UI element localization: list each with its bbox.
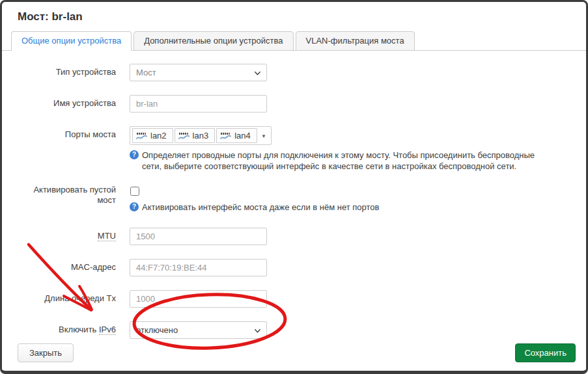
device-type-select[interactable]: Мост xyxy=(130,64,267,81)
ethernet-port-icon xyxy=(136,131,147,140)
empty-bridge-label: Активировать пустой мост xyxy=(18,184,130,206)
row-device-type: Тип устройства Мост xyxy=(18,64,570,81)
dialog-footer: Закрыть Сохранить xyxy=(2,334,586,371)
txqueue-input[interactable] xyxy=(130,290,267,308)
page-title: Мост: br-lan xyxy=(2,2,586,31)
ethernet-port-icon xyxy=(178,131,189,140)
port-tag-label: lan2 xyxy=(150,131,167,140)
row-empty-bridge: Активировать пустой мост ?Активировать и… xyxy=(18,184,570,213)
chevron-down-icon xyxy=(254,70,261,77)
device-name-label: Имя устройства xyxy=(18,95,130,109)
mtu-input[interactable] xyxy=(130,228,267,245)
empty-bridge-help-text: Активировать интерфейс моста даже если в… xyxy=(142,202,379,212)
mtu-label: MTU xyxy=(18,228,130,241)
caret-down-icon[interactable]: ▾ xyxy=(258,133,270,139)
bridge-ports-widget[interactable]: lan2 lan3 lan4 xyxy=(130,126,272,145)
bridge-ports-help-text: Определяет проводные порты для подключен… xyxy=(142,150,535,171)
empty-bridge-help: ?Активировать интерфейс моста даже если … xyxy=(130,202,556,213)
row-device-name: Имя устройства xyxy=(18,95,570,113)
tab-bar: Общие опции устройства Дополнительные оп… xyxy=(2,31,586,51)
ethernet-port-icon xyxy=(220,131,231,140)
tab-advanced-device-options[interactable]: Дополнительные опции устройства xyxy=(133,31,293,51)
port-tag-lan3[interactable]: lan3 xyxy=(175,128,216,143)
mac-address-label: MAC-адрес xyxy=(18,259,130,273)
mac-address-input[interactable] xyxy=(130,259,267,276)
row-mac-address: MAC-адрес xyxy=(18,259,570,276)
ipv6-value: отключено xyxy=(136,325,178,335)
chevron-down-icon xyxy=(254,327,261,334)
ipv6-label: Включить IPv6 xyxy=(18,321,130,335)
device-type-value: Мост xyxy=(136,68,156,77)
device-name-input[interactable] xyxy=(130,95,267,113)
close-button[interactable]: Закрыть xyxy=(18,343,74,362)
device-type-label: Тип устройства xyxy=(18,64,130,77)
port-tag-lan2[interactable]: lan2 xyxy=(132,128,173,143)
tab-general-device-options[interactable]: Общие опции устройства xyxy=(11,31,132,51)
port-tag-label: lan4 xyxy=(234,131,251,140)
device-form: Тип устройства Мост Имя устройства Порты… xyxy=(2,51,586,339)
row-mtu: MTU xyxy=(18,228,570,245)
save-button[interactable]: Сохранить xyxy=(515,343,576,362)
row-txqueue: Длина очереди Tx xyxy=(18,290,570,308)
txqueue-label: Длина очереди Tx xyxy=(18,290,130,304)
bridge-device-dialog: Мост: br-lan Общие опции устройства Допо… xyxy=(0,0,588,374)
help-icon: ? xyxy=(130,202,139,211)
port-tag-lan4[interactable]: lan4 xyxy=(216,128,257,143)
empty-bridge-checkbox[interactable] xyxy=(130,187,139,196)
row-bridge-ports: Порты моста lan2 xyxy=(18,126,570,172)
help-icon: ? xyxy=(130,150,139,159)
port-tag-label: lan3 xyxy=(193,131,209,140)
bridge-ports-help: ?Определяет проводные порты для подключе… xyxy=(130,150,556,172)
bridge-ports-label: Порты моста xyxy=(18,126,130,140)
tab-vlan-filtering[interactable]: VLAN-фильтрация моста xyxy=(296,31,415,51)
